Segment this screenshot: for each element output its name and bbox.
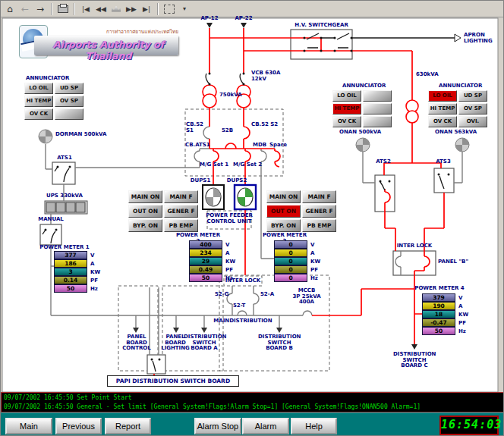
- meter-unit: KW: [90, 269, 100, 275]
- annunciator-cell: OV CK: [428, 116, 457, 127]
- papi-distribution-switch-board: PAPI DISTRIBUTION SWITCH BOARD: [107, 375, 239, 387]
- annunciator-cell: OV SP: [55, 96, 83, 107]
- dups1-unit: [203, 185, 224, 209]
- status-cell: MAIN ON: [266, 190, 301, 203]
- meter-value: 377: [54, 251, 87, 259]
- meter-value: 18: [422, 310, 455, 318]
- meter-value: 0: [274, 240, 307, 249]
- label-dist-switch-board-c: DISTRIBUTION SWITCH BOARD C: [393, 352, 436, 369]
- label-manual: MANUAL: [33, 217, 68, 223]
- power-meter-2: 400V 234A 29KW 0.49PF 50Hz: [189, 240, 235, 282]
- annunciator-cell: HI TEMP: [428, 103, 457, 114]
- meter-value: 0: [274, 249, 307, 257]
- label-ap12: AP-12: [197, 16, 222, 22]
- meter-value: 3: [54, 268, 87, 276]
- status-cell: PB EMP: [302, 219, 336, 232]
- label-panel-board-control: PANEL BOARD CONTROL: [119, 334, 154, 352]
- ups-block: [45, 201, 87, 214]
- alarm-reset-button[interactable]: Alarm Reset: [242, 418, 289, 434]
- power-meter-4: 379V 190A 18KW -0.47PF 50Hz: [422, 293, 468, 335]
- label-onan-563kva: ONAN 563kVA: [435, 130, 484, 136]
- label-750kva: 750kVA: [219, 93, 247, 99]
- meter-value: 379: [422, 293, 455, 302]
- label-ats1: ATS1: [54, 155, 75, 162]
- meter-unit: Hz: [225, 275, 233, 281]
- label-panel-b: PANEL "B": [438, 259, 470, 265]
- meter-unit: Hz: [458, 328, 466, 334]
- meter-value: 0.49: [189, 265, 222, 274]
- annunciator-cell: [363, 103, 392, 114]
- label-ats2: ATS2: [371, 159, 395, 165]
- label-vcb: VCB 630A 12kV: [251, 71, 285, 82]
- label-maindistribution: MAINDISTRIBUTION: [213, 318, 272, 325]
- footer-bar: Main Previous Report Alarm Stop Alarm Re…: [1, 412, 504, 436]
- aat-logo: การท่าอากาศยานแห่งประเทศไทย Airports Aut…: [19, 24, 180, 60]
- label-hv-switchgear: H.V. SWITCHGEAR: [291, 23, 352, 29]
- label-cb52s1: CB.52 S1: [186, 122, 212, 133]
- status-cell: BYP. ON: [128, 219, 162, 232]
- annunciator-right-title: ANNUNCIATOR: [439, 83, 484, 89]
- meter-value: 0: [274, 265, 307, 274]
- meter-unit: PF: [310, 267, 318, 273]
- meter-unit: V: [310, 242, 314, 248]
- label-mdb: MDB: [253, 143, 268, 149]
- alarm-log-line: 09/07/2002 16:45:50 Set Point Start: [4, 394, 504, 403]
- power-meter-3: 0V 0A 0KW 0PF 0Hz: [274, 240, 320, 282]
- label-cbats1: CB.ATS1: [185, 143, 211, 149]
- label-dist-switch-board-a: DISTRIBUTION SWITCH BOARD A: [184, 334, 225, 352]
- annunciator-cell-alarm: HI TEMP: [332, 103, 361, 114]
- annunciator-cell-alarm: LO OIL: [428, 90, 457, 102]
- power-meter-1: 377V 186A 3KW 0.14PF 50Hz: [54, 251, 100, 293]
- label-interlock-right: INTER LOCK: [392, 243, 436, 249]
- annunciator-middle-title: ANNUNCIATOR: [342, 83, 388, 89]
- label-52g: 52-G: [215, 292, 230, 298]
- meter-value: 50: [189, 274, 222, 282]
- label-mg-set2: M/G Set 2: [233, 162, 265, 168]
- annunciator-cell: UD SP: [458, 90, 487, 102]
- annunciator-cell: OV CK: [332, 116, 361, 127]
- label-ap22: AP-22: [231, 16, 257, 22]
- status-cell: MAIN ON: [128, 190, 162, 203]
- meter-unit: Hz: [90, 286, 98, 292]
- label-cb52s2: CB.52 S2: [251, 122, 279, 128]
- meter-value: 0: [274, 274, 307, 282]
- meter-value: 50: [422, 327, 455, 335]
- annunciator-cell: [363, 116, 392, 127]
- meter-unit: Hz: [310, 275, 318, 281]
- main-button[interactable]: Main: [5, 418, 52, 434]
- meter-unit: KW: [225, 259, 235, 265]
- meter-unit: KW: [310, 259, 320, 265]
- logo-thai-text: การท่าอากาศยานแห่งประเทศไทย: [78, 28, 178, 36]
- status-cell: BYP. ON: [266, 219, 301, 232]
- label-apron-lighting: APRON LIGHTING: [464, 33, 503, 44]
- meter-value: 0.14: [54, 276, 87, 284]
- label-52a: 52-A: [260, 292, 276, 298]
- power-meter-1-title: POWER METER 1: [39, 245, 90, 251]
- logo-english-text: Airports Authority of Thailand: [39, 39, 178, 61]
- meter-value: 400: [189, 240, 222, 249]
- annunciator-cell: HI TEMP: [24, 96, 53, 107]
- meter-unit: PF: [225, 267, 233, 273]
- help-button[interactable]: Help: [291, 418, 337, 434]
- meter-unit: A: [310, 250, 314, 256]
- meter-value: 29: [189, 257, 222, 265]
- annunciator-cell: [363, 90, 392, 102]
- previous-button[interactable]: Previous: [55, 418, 102, 434]
- alarm-stop-button[interactable]: Alarm Stop: [194, 418, 241, 434]
- meter-unit: V: [225, 242, 229, 248]
- label-mccb: MCCB 3P 25kVA 400A: [289, 288, 324, 306]
- report-button[interactable]: Report: [105, 418, 151, 434]
- status-cell: MAIN F: [302, 190, 336, 203]
- annunciator-left: LO OIL UD SP HI TEMP OV SP OV CK: [24, 83, 83, 120]
- ups-status-panel-left: MAIN ON MAIN F OUT ON GENER F BYP. ON PB…: [128, 190, 198, 232]
- meter-value: 0: [274, 257, 307, 265]
- annunciator-left-title: ANNUNCIATOR: [26, 76, 71, 82]
- meter-unit: PF: [90, 278, 98, 284]
- alarm-log-line: 09/07/2002 16:45:50 General - Set limit …: [4, 403, 504, 412]
- meter-unit: V: [458, 295, 462, 301]
- status-cell: PB EMP: [164, 219, 198, 232]
- label-dist-switch-board-b: DISTRIBUTION SWITCH BOARD B: [258, 334, 301, 352]
- meter-unit: A: [90, 261, 94, 267]
- label-dups1: DUPS1: [189, 178, 212, 184]
- annunciator-cell: LO OIL: [24, 83, 53, 94]
